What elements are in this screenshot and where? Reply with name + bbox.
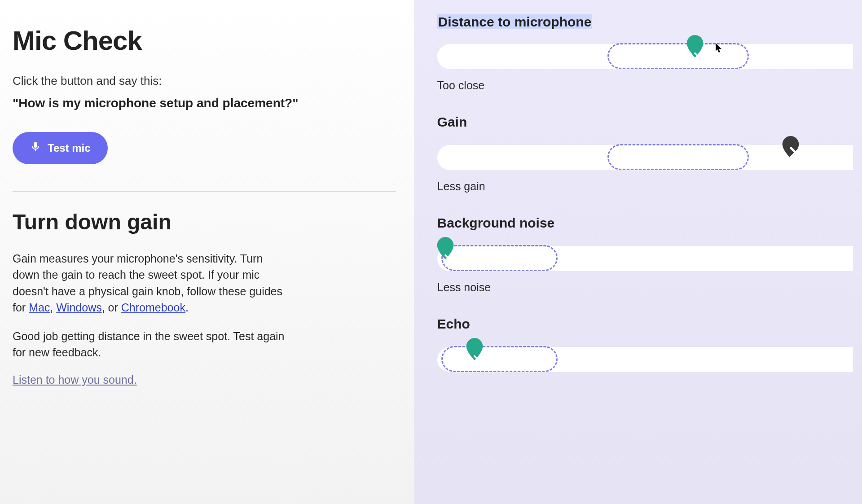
cursor-icon — [716, 43, 723, 53]
gain-explanation: Gain measures your microphone's sensitiv… — [13, 250, 291, 316]
marker-gain — [782, 136, 800, 158]
page-title: Mic Check — [13, 25, 396, 56]
check-icon — [471, 343, 479, 351]
listen-link[interactable]: Listen to how you sound. — [13, 373, 137, 386]
marker-noise — [436, 237, 454, 259]
check-icon — [691, 40, 699, 48]
metric-noise-hint: Less noise — [437, 281, 853, 294]
test-mic-label: Test mic — [48, 142, 91, 154]
metric-echo: Echo — [437, 316, 862, 376]
marker-distance — [686, 35, 704, 57]
microphone-icon — [30, 141, 41, 155]
metric-gain-title: Gain — [437, 114, 853, 130]
metric-gain-hint: Less gain — [437, 180, 853, 193]
metric-gain: Gain Less gain — [437, 114, 862, 193]
sweet-spot-zone — [607, 43, 749, 69]
link-mac[interactable]: Mac — [29, 301, 50, 314]
sweet-spot-zone — [441, 346, 558, 372]
instruction-text: Click the button and say this: — [13, 74, 396, 88]
metric-distance: Distance to microphone Too close — [437, 14, 862, 92]
divider — [13, 191, 396, 192]
link-chromebook[interactable]: Chromebook — [121, 301, 185, 314]
metric-noise: Background noise Less noise — [437, 215, 862, 294]
right-panel: Distance to microphone Too close Gain — [414, 0, 862, 504]
metric-distance-hint: Too close — [437, 79, 853, 92]
test-mic-button[interactable]: Test mic — [13, 132, 108, 164]
gain-text-after: . — [185, 301, 189, 314]
sep2: , or — [102, 301, 121, 314]
x-icon — [787, 141, 795, 149]
link-windows[interactable]: Windows — [56, 301, 101, 314]
metric-echo-track — [437, 341, 853, 376]
metric-distance-track — [437, 38, 853, 73]
sep1: , — [50, 301, 56, 314]
check-icon — [441, 242, 449, 250]
metric-noise-title: Background noise — [437, 215, 853, 231]
sample-phrase: "How is my microphone setup and placemen… — [13, 96, 396, 110]
metric-echo-title: Echo — [437, 316, 853, 332]
distance-feedback-text: Good job getting distance in the sweet s… — [13, 328, 291, 361]
metric-distance-title: Distance to microphone — [437, 14, 593, 29]
metric-noise-track — [437, 240, 853, 275]
left-panel: Mic Check Click the button and say this:… — [0, 0, 414, 504]
metric-gain-track — [437, 139, 853, 174]
sweet-spot-zone — [607, 144, 749, 170]
marker-echo — [466, 338, 484, 360]
feedback-heading: Turn down gain — [13, 210, 396, 234]
